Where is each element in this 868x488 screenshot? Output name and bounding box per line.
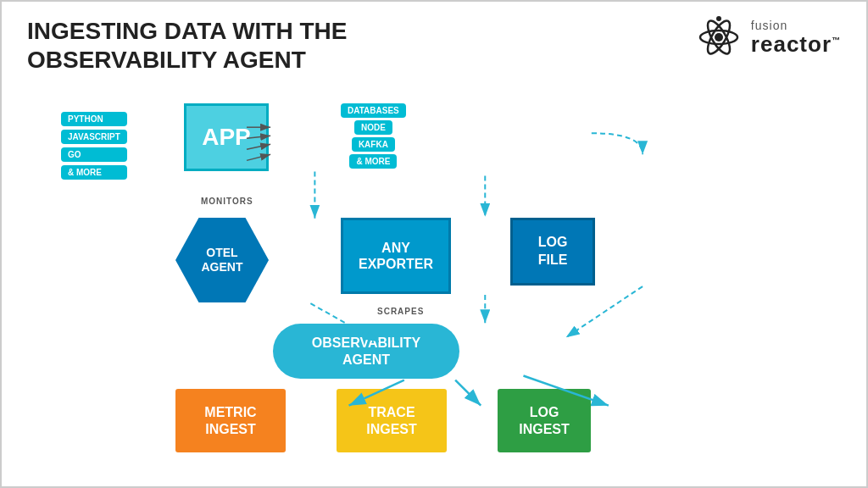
logo-text: fusion reactor™	[751, 19, 841, 57]
svg-point-0	[715, 33, 723, 42]
log-file-box: LOGFILE	[510, 218, 595, 286]
observability-agent: OBSERVABILITYAGENT	[273, 324, 459, 379]
tag-python: PYTHON	[61, 112, 127, 126]
app-box: APP	[184, 103, 269, 171]
tag-databases: DATABASES	[341, 103, 406, 118]
tag-go: GO	[61, 147, 127, 162]
metric-ingest-box: METRICINGEST	[175, 389, 286, 452]
logo-reactor-label: reactor™	[751, 32, 841, 57]
otel-agent-shape: OTELAGENT	[175, 218, 269, 302]
source-tags-group: PYTHON JAVASCRIPT GO & MORE	[61, 112, 127, 180]
tag-and-more-db: & MORE	[349, 154, 397, 169]
log-ingest-box: LOGINGEST	[498, 389, 591, 452]
tag-kafka: KAFKA	[352, 137, 395, 152]
slide: INGESTING DATA WITH THE OBSERVABILITY AG…	[0, 0, 868, 488]
svg-point-4	[716, 16, 721, 21]
svg-line-18	[455, 380, 481, 406]
fusion-reactor-logo-icon	[693, 14, 744, 61]
tag-node: NODE	[354, 120, 392, 135]
monitors-label: MONITORS	[201, 197, 253, 206]
title-line2: OBSERVABILITY AGENT	[27, 46, 347, 75]
logo: fusion reactor™	[693, 14, 841, 61]
any-exporter-box: ANYEXPORTER	[341, 218, 451, 294]
svg-line-15	[566, 286, 643, 337]
title-line1: INGESTING DATA WITH THE	[27, 17, 347, 46]
db-tags-group: DATABASES NODE KAFKA & MORE	[341, 103, 406, 169]
logo-fusion-label: fusion	[751, 19, 841, 32]
trace-ingest-box: TRACEINGEST	[337, 389, 447, 452]
tag-javascript: JAVASCRIPT	[61, 130, 127, 144]
slide-title: INGESTING DATA WITH THE OBSERVABILITY AG…	[27, 17, 347, 74]
otel-agent: OTELAGENT	[175, 218, 269, 302]
tag-and-more-sources: & MORE	[61, 165, 127, 180]
diagram: PYTHON JAVASCRIPT GO & MORE APP MONITORS…	[27, 86, 841, 469]
scrapes-label: SCRAPES	[377, 307, 424, 316]
